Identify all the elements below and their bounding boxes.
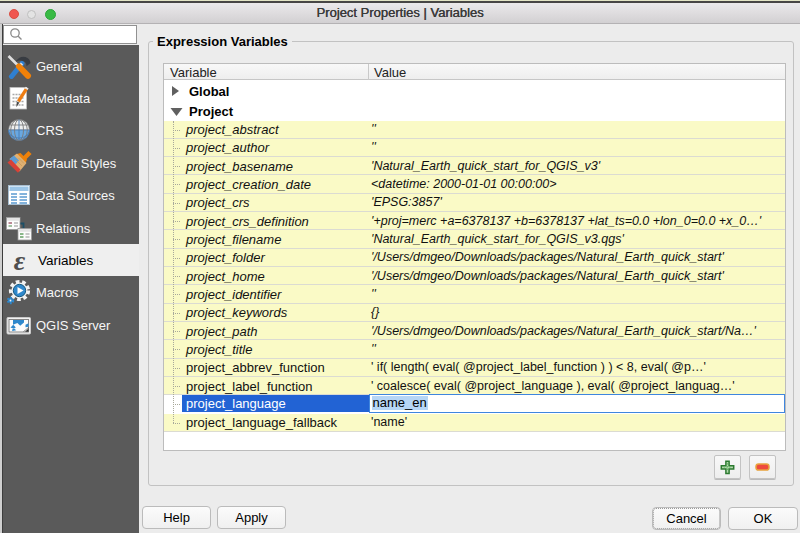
svg-text:ε: ε (14, 247, 26, 273)
